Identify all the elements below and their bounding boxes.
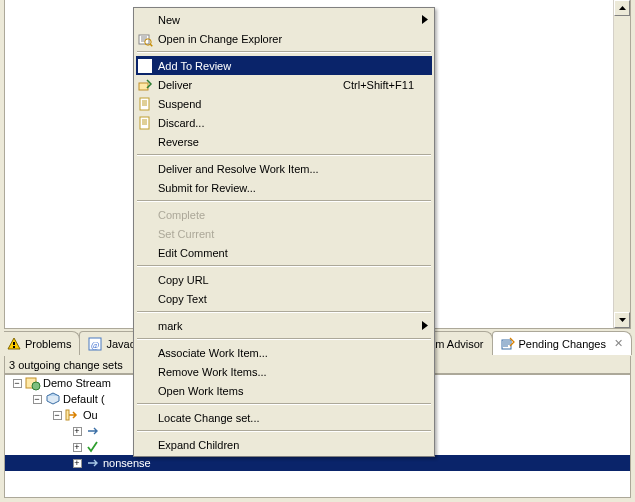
collapse-icon[interactable]: − bbox=[49, 407, 65, 423]
menu-item-discard[interactable]: Discard... bbox=[136, 113, 432, 132]
tree-label: Demo Stream bbox=[41, 377, 111, 389]
svg-rect-0 bbox=[13, 342, 15, 345]
blank-icon bbox=[136, 363, 154, 381]
tree-label: Ou bbox=[81, 409, 98, 421]
menu-item-remove-wi[interactable]: Remove Work Items... bbox=[136, 362, 432, 381]
menu-item-expand[interactable]: Expand Children bbox=[136, 435, 432, 454]
blank-icon bbox=[136, 436, 154, 454]
tree-label: Default ( bbox=[61, 393, 105, 405]
menu-item-set-current: Set Current bbox=[136, 224, 432, 243]
menu-item-label: Suspend bbox=[154, 98, 422, 110]
component-icon bbox=[45, 391, 61, 407]
status-text: 3 outgoing change sets bbox=[9, 359, 123, 371]
menu-item-accel: Ctrl+Shift+F11 bbox=[343, 79, 422, 91]
open-change-icon bbox=[136, 30, 154, 48]
stream-icon bbox=[25, 375, 41, 391]
warning-icon bbox=[7, 337, 21, 351]
check-icon bbox=[136, 57, 154, 75]
menu-item-label: Edit Comment bbox=[154, 247, 422, 259]
collapse-icon[interactable]: − bbox=[9, 375, 25, 391]
menu-item-label: mark bbox=[154, 320, 422, 332]
blank-icon bbox=[136, 317, 154, 335]
menu-item-label: Copy Text bbox=[154, 293, 422, 305]
menu-item-suspend[interactable]: Suspend bbox=[136, 94, 432, 113]
blank-icon bbox=[136, 225, 154, 243]
expand-icon[interactable]: + bbox=[69, 439, 85, 455]
menu-item-label: Open Work Items bbox=[154, 385, 422, 397]
menu-item-label: Add To Review bbox=[154, 60, 422, 72]
menu-item-deliver[interactable]: DeliverCtrl+Shift+F11 bbox=[136, 75, 432, 94]
blank-icon bbox=[136, 344, 154, 362]
pending-changes-icon bbox=[501, 337, 515, 351]
blank-icon bbox=[136, 206, 154, 224]
changeset-icon bbox=[85, 455, 101, 471]
scroll-up-button[interactable] bbox=[614, 0, 630, 16]
blank-icon bbox=[136, 244, 154, 262]
changeset-icon bbox=[85, 423, 101, 439]
menu-separator bbox=[137, 430, 431, 432]
menu-item-associate[interactable]: Associate Work Item... bbox=[136, 343, 432, 362]
menu-item-mark[interactable]: mark bbox=[136, 316, 432, 335]
menu-item-open-change[interactable]: Open in Change Explorer bbox=[136, 29, 432, 48]
menu-item-label: Deliver and Resolve Work Item... bbox=[154, 163, 422, 175]
menu-item-label: Submit for Review... bbox=[154, 182, 422, 194]
menu-item-label: Locate Change set... bbox=[154, 412, 422, 424]
svg-rect-9 bbox=[66, 410, 69, 420]
menu-item-submit-review[interactable]: Submit for Review... bbox=[136, 178, 432, 197]
collapse-icon[interactable]: − bbox=[29, 391, 45, 407]
expand-icon[interactable]: + bbox=[69, 455, 85, 471]
menu-item-label: Complete bbox=[154, 209, 422, 221]
menu-item-label: New bbox=[154, 14, 422, 26]
menu-item-label: Remove Work Items... bbox=[154, 366, 422, 378]
svg-text:@: @ bbox=[91, 340, 99, 350]
menu-separator bbox=[137, 265, 431, 267]
doc-icon bbox=[136, 95, 154, 113]
close-icon[interactable]: ✕ bbox=[614, 337, 623, 350]
blank-icon bbox=[136, 290, 154, 308]
blank-icon bbox=[136, 133, 154, 151]
svg-point-8 bbox=[32, 382, 40, 390]
blank-icon bbox=[136, 382, 154, 400]
menu-item-open-wi[interactable]: Open Work Items bbox=[136, 381, 432, 400]
blank-icon bbox=[136, 409, 154, 427]
menu-item-deliver-resolve[interactable]: Deliver and Resolve Work Item... bbox=[136, 159, 432, 178]
menu-separator bbox=[137, 403, 431, 405]
blank-icon bbox=[136, 160, 154, 178]
menu-item-label: Deliver bbox=[154, 79, 343, 91]
editor-scrollbar[interactable] bbox=[613, 0, 630, 328]
scroll-down-button[interactable] bbox=[614, 312, 630, 328]
menu-separator bbox=[137, 200, 431, 202]
menu-item-copy-url[interactable]: Copy URL bbox=[136, 270, 432, 289]
submenu-arrow-icon bbox=[422, 321, 432, 330]
menu-separator bbox=[137, 154, 431, 156]
menu-item-edit-comment[interactable]: Edit Comment bbox=[136, 243, 432, 262]
tab-label: Pending Changes bbox=[519, 338, 606, 350]
menu-item-copy-text[interactable]: Copy Text bbox=[136, 289, 432, 308]
tab-problems[interactable]: Problems bbox=[4, 331, 80, 355]
menu-separator bbox=[137, 338, 431, 340]
menu-item-label: Set Current bbox=[154, 228, 422, 240]
svg-rect-1 bbox=[13, 346, 15, 348]
javadoc-icon: @ bbox=[88, 337, 102, 351]
menu-item-add-review[interactable]: Add To Review bbox=[136, 56, 432, 75]
expand-icon[interactable]: + bbox=[69, 423, 85, 439]
changeset-check-icon bbox=[85, 439, 101, 455]
tree-node-changeset-selected[interactable]: + nonsense bbox=[5, 455, 631, 471]
menu-item-label: Expand Children bbox=[154, 439, 422, 451]
menu-item-reverse[interactable]: Reverse bbox=[136, 132, 432, 151]
blank-icon bbox=[136, 11, 154, 29]
menu-item-new[interactable]: New bbox=[136, 10, 432, 29]
menu-item-label: Reverse bbox=[154, 136, 422, 148]
context-menu: NewOpen in Change ExplorerAdd To ReviewD… bbox=[133, 7, 435, 457]
menu-item-locate[interactable]: Locate Change set... bbox=[136, 408, 432, 427]
menu-item-complete: Complete bbox=[136, 205, 432, 224]
submenu-arrow-icon bbox=[422, 15, 432, 24]
svg-rect-15 bbox=[140, 117, 149, 129]
svg-rect-14 bbox=[140, 98, 149, 110]
deliver-icon bbox=[136, 76, 154, 94]
svg-rect-13 bbox=[139, 83, 148, 90]
tab-label: Problems bbox=[25, 338, 71, 350]
blank-icon bbox=[136, 179, 154, 197]
tab-pending-changes[interactable]: Pending Changes ✕ bbox=[492, 331, 632, 355]
outgoing-icon bbox=[65, 407, 81, 423]
